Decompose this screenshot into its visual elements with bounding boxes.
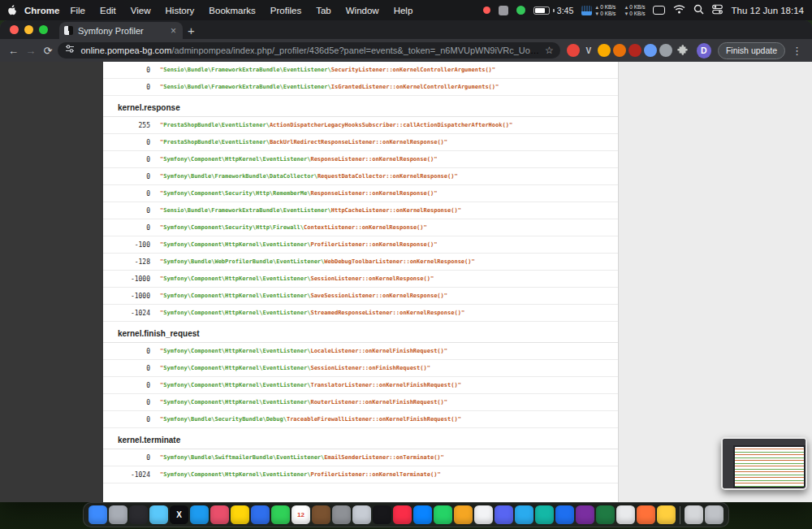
dock-music[interactable] (393, 505, 412, 524)
menu-item-history[interactable]: History (158, 6, 202, 15)
menu-item-edit[interactable]: Edit (93, 6, 123, 15)
darkred-extension-icon[interactable] (628, 44, 641, 57)
dock-terminal[interactable] (129, 505, 148, 524)
listener-priority: 0 (103, 348, 150, 355)
macos-menu-bar: Chrome FileEditViewHistoryBookmarksProfi… (0, 0, 812, 20)
gray-status-icon[interactable] (499, 6, 508, 15)
wifi-icon[interactable] (673, 5, 685, 15)
dock-photos[interactable] (210, 505, 229, 524)
minimize-window-button[interactable] (24, 25, 33, 34)
profiler-page: 0"Sensio\Bundle\FrameworkExtraBundle\Eve… (0, 62, 812, 502)
menu-item-file[interactable]: File (63, 6, 93, 15)
apple-menu-icon[interactable] (0, 4, 23, 16)
menu-item-view[interactable]: View (123, 6, 158, 15)
close-window-button[interactable] (10, 25, 19, 34)
bookmark-star-icon[interactable]: ☆ (545, 45, 554, 56)
extensions-puzzle-icon[interactable] (676, 45, 690, 56)
dock-preview[interactable] (332, 505, 351, 524)
network-speed-widget-1[interactable]: ▲0 KB/s ▼0 KB/s (581, 4, 615, 17)
dock-messages[interactable] (149, 505, 168, 524)
site-settings-icon[interactable] (64, 43, 76, 58)
adblock-extension-icon[interactable] (567, 44, 580, 57)
listener-row: 0"Symfony\Component\HttpKernel\EventList… (103, 394, 618, 411)
listener-row: -1024"Symfony\Component\HttpKernel\Event… (103, 466, 618, 483)
forward-button[interactable]: → (24, 45, 37, 57)
dock-books[interactable] (312, 505, 330, 524)
menu-item-help[interactable]: Help (387, 6, 421, 15)
active-app-name[interactable]: Chrome (24, 6, 59, 15)
menu-item-profiles[interactable]: Profiles (263, 6, 309, 15)
dock-calendar[interactable]: 12 (292, 505, 310, 524)
listener-row: -128"Symfony\Bundle\WebProfilerBundle\Ev… (103, 254, 618, 271)
menu-item-bookmarks[interactable]: Bookmarks (201, 6, 263, 15)
network-speed-widget-2[interactable]: ▲0 KB/s ▼0 KB/s (624, 4, 645, 17)
dock-divider (680, 506, 680, 524)
profiler-sidebar[interactable] (0, 62, 103, 502)
dock-notes[interactable] (231, 505, 249, 524)
page-background (620, 62, 812, 502)
display-icon[interactable] (653, 6, 665, 15)
tab-close-icon[interactable]: × (169, 25, 178, 37)
dock-teams[interactable] (535, 505, 554, 524)
listener-priority: 0 (103, 365, 150, 372)
listener-priority: -100 (103, 241, 150, 249)
listener-row: 0"Symfony\Component\Security\Http\Firewa… (103, 219, 618, 236)
dock: X12 (83, 502, 729, 527)
dock-x-app[interactable]: X (170, 505, 188, 524)
blue-grid-extension-icon[interactable] (644, 44, 657, 57)
listener-row: -1024"Symfony\Component\HttpKernel\Event… (103, 305, 618, 322)
zoom-window-button[interactable] (39, 25, 48, 34)
listener-callable: "Sensio\Bundle\FrameworkExtraBundle\Even… (150, 207, 461, 214)
dock-podcasts[interactable] (413, 505, 432, 524)
listener-callable: "Sensio\Bundle\FrameworkExtraBundle\Even… (150, 67, 495, 73)
menu-bar-clock[interactable]: Thu 12 Jun 18:14 (731, 6, 804, 15)
dock-firefox[interactable] (637, 505, 655, 524)
listener-priority: -1000 (103, 293, 150, 300)
screenshot-preview-thumbnail[interactable] (721, 437, 807, 490)
dock-telegram[interactable] (515, 505, 533, 524)
dock-finder[interactable] (89, 505, 107, 524)
dock-pages[interactable] (657, 505, 676, 524)
menu-item-window[interactable]: Window (339, 6, 387, 15)
thumbnail-content (723, 445, 806, 488)
dock-trash[interactable] (705, 505, 723, 524)
profile-avatar[interactable]: D (697, 43, 711, 59)
dock-downloads[interactable] (685, 505, 703, 524)
gray-grid-extension-icon[interactable] (659, 44, 672, 57)
new-tab-button[interactable]: + (183, 24, 203, 39)
listener-row: 255"PrestaShopBundle\EventListener\Actio… (103, 117, 618, 134)
chevron-extension-icon[interactable]: V (582, 44, 595, 57)
dock-safari[interactable] (555, 505, 574, 524)
dock-tv[interactable] (373, 505, 391, 524)
dock-discord[interactable] (495, 505, 513, 524)
browser-menu-icon[interactable]: ⋮ (788, 45, 806, 57)
tab-symfony-profiler[interactable]: Symfony Profiler × (59, 22, 183, 39)
dock-orange-app[interactable] (454, 505, 473, 524)
amber-extension-icon[interactable] (598, 44, 611, 57)
listener-callable: "Symfony\Component\HttpKernel\EventListe… (150, 382, 461, 388)
dock-mail[interactable] (251, 505, 270, 524)
control-center-icon[interactable] (712, 4, 723, 16)
spotlight-search-icon[interactable] (693, 4, 704, 16)
listener-priority: 0 (103, 67, 150, 74)
back-button[interactable]: ← (6, 45, 20, 57)
listener-row: -1000"Symfony\Component\HttpKernel\Event… (103, 271, 618, 288)
listener-row: 0"Symfony\Bundle\FrameworkBundle\DataCol… (103, 168, 618, 185)
dock-whatsapp[interactable] (434, 505, 452, 524)
dock-excel[interactable] (596, 505, 615, 524)
battery-indicator[interactable]: 3:45 (533, 6, 573, 15)
green-status-icon[interactable] (516, 6, 525, 15)
dock-facetime[interactable] (271, 505, 290, 524)
dock-twitter[interactable] (190, 505, 209, 524)
address-bar[interactable]: online.pompea-bg.com/adminpompea/index.p… (58, 42, 559, 59)
screen-record-icon[interactable] (483, 7, 490, 14)
dock-system-settings[interactable] (352, 505, 371, 524)
orange-extension-icon[interactable] (613, 44, 626, 57)
finish-update-button[interactable]: Finish update (718, 42, 785, 59)
reload-button[interactable]: ⟳ (41, 45, 54, 57)
dock-word[interactable] (616, 505, 635, 524)
dock-keynote[interactable] (474, 505, 493, 524)
dock-calculator[interactable] (109, 505, 127, 524)
menu-item-tab[interactable]: Tab (309, 6, 339, 15)
dock-slack[interactable] (576, 505, 594, 524)
